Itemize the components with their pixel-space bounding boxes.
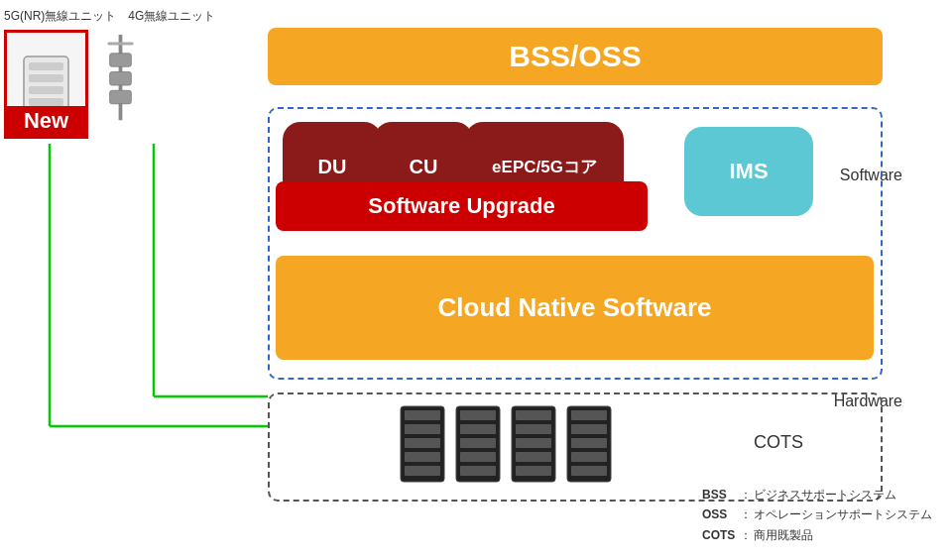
footnote-oss-desc: オペレーションサポートシステム	[754, 504, 932, 524]
svg-rect-18	[405, 452, 440, 462]
footnote-bss: BSS ： ビジネスサポートシステム	[702, 485, 932, 504]
server-icon-1	[397, 404, 448, 484]
svg-rect-31	[516, 466, 551, 476]
bss-oss-bar: BSS/OSS	[268, 28, 883, 85]
server-icon-4	[563, 404, 615, 484]
svg-rect-7	[29, 86, 63, 94]
server-icon-2	[452, 404, 504, 484]
svg-rect-33	[571, 410, 607, 420]
cloud-native-label: Cloud Native Software	[438, 292, 712, 323]
svg-rect-37	[571, 466, 607, 476]
svg-rect-35	[571, 438, 607, 448]
new-badge: New	[7, 106, 85, 136]
svg-rect-13	[110, 90, 132, 104]
svg-rect-17	[405, 438, 440, 448]
footnote-cots-abbr: COTS	[702, 525, 740, 545]
svg-rect-6	[29, 74, 63, 82]
footnote-bss-desc: ビジネスサポートシステム	[754, 485, 896, 504]
cloud-native-bar: Cloud Native Software	[276, 256, 874, 360]
svg-rect-22	[460, 424, 496, 434]
svg-rect-27	[516, 410, 551, 420]
footnote-oss-colon: ：	[740, 504, 754, 524]
unit-4g-icon	[98, 35, 143, 124]
device-5g: New	[4, 30, 88, 139]
svg-rect-30	[516, 452, 551, 462]
svg-rect-24	[460, 452, 496, 462]
bss-oss-label: BSS/OSS	[509, 40, 641, 73]
svg-rect-5	[29, 62, 63, 70]
diagram-area: BSS/OSS Software Hardware DU CU eEPC/5Gコ…	[268, 28, 902, 504]
footnote-cots-colon: ：	[740, 525, 754, 545]
svg-rect-10	[107, 43, 133, 46]
unit-5g-box: New	[4, 30, 88, 139]
device-4g	[98, 35, 143, 124]
footnote-oss: OSS ： オペレーションサポートシステム	[702, 504, 932, 524]
footnote-cots-desc: 商用既製品	[754, 525, 813, 545]
footnote-bss-colon: ：	[740, 485, 754, 504]
software-upgrade-bar: Software Upgrade	[276, 181, 648, 231]
svg-rect-8	[29, 98, 63, 106]
cots-label: COTS	[754, 432, 803, 453]
svg-rect-23	[460, 438, 496, 448]
svg-rect-21	[460, 410, 496, 420]
svg-rect-11	[110, 54, 132, 67]
svg-rect-29	[516, 438, 551, 448]
footnote-bss-abbr: BSS	[702, 485, 740, 504]
footnotes-section: BSS ： ビジネスサポートシステム OSS ： オペレーションサポートシステム…	[702, 485, 932, 545]
software-upgrade-label: Software Upgrade	[368, 193, 554, 219]
footnote-cots: COTS ： 商用既製品	[702, 525, 932, 545]
cots-area	[397, 404, 615, 484]
svg-rect-19	[405, 466, 440, 476]
footnote-oss-abbr: OSS	[702, 504, 740, 524]
svg-rect-28	[516, 424, 551, 434]
svg-rect-15	[405, 410, 440, 420]
svg-rect-36	[571, 452, 607, 462]
svg-rect-34	[571, 424, 607, 434]
server-icon-3	[508, 404, 559, 484]
svg-rect-16	[405, 424, 440, 434]
top-label: 5G(NR)無線ユニット 4G無線ユニット	[4, 8, 215, 25]
svg-rect-12	[110, 72, 132, 86]
svg-rect-25	[460, 466, 496, 476]
hardware-section: New	[4, 30, 143, 139]
ims-component: IMS	[684, 127, 813, 216]
